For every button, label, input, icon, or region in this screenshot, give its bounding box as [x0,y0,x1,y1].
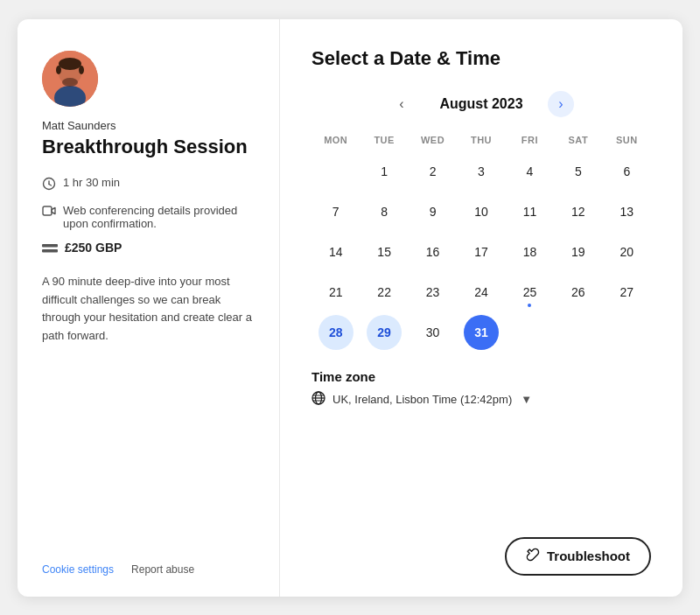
calendar-cell: 18 [506,233,554,271]
troubleshoot-button[interactable]: Troubleshoot [505,537,651,576]
calendar-cell: 1 [360,152,408,191]
avatar [42,51,98,107]
calendar-cell: 5 [554,152,602,191]
calendar-cell: 22 [360,273,408,311]
report-abuse-link[interactable]: Report abuse [131,563,194,576]
calendar-cell: 20 [603,233,651,271]
svg-rect-12 [42,249,58,253]
timezone-value: UK, Ireland, Lisbon Time (12:42pm) [332,393,512,406]
svg-point-6 [62,78,78,87]
calendar-nav: ‹ August 2023 › [312,91,651,117]
calendar-cell: 17 [457,233,505,271]
wrench-icon [526,548,540,565]
dropdown-arrow-icon: ▼ [521,393,532,406]
troubleshoot-label: Troubleshoot [547,549,630,563]
calendar-cell: 16 [409,233,457,271]
calendar-cell: 13 [603,192,651,231]
calendar-body: 1234567891011121314151617181920212223242… [312,152,651,352]
day-header-fri: FRI [506,131,554,149]
calendar-cell: 8 [360,192,408,231]
calendar-cell: 14 [312,233,360,271]
calendar-cell: 11 [506,192,554,231]
location-text: Web conferencing details provided upon c… [63,204,255,230]
globe-icon [312,391,326,408]
calendar-cell: 9 [409,192,457,231]
day-header-mon: MON [312,131,360,149]
calendar-cell: 10 [457,192,505,231]
calendar-cell: 7 [312,192,360,231]
calendar-cell: 23 [409,273,457,311]
calendar-cell: 3 [457,152,505,191]
calendar-cell: 4 [506,152,554,191]
calendar-cell[interactable]: 31 [464,315,499,350]
left-footer: Cookie settings Report abuse [42,563,255,576]
calendar-cell [506,313,554,352]
svg-rect-11 [42,244,58,248]
session-title: Breakthrough Session [42,136,255,158]
timezone-select[interactable]: UK, Ireland, Lisbon Time (12:42pm) ▼ [312,391,651,408]
calendar-cell: 12 [554,192,602,231]
svg-point-5 [79,66,84,74]
cookie-settings-link[interactable]: Cookie settings [42,563,114,576]
right-panel: Select a Date & Time ‹ August 2023 › MON… [280,19,682,597]
month-label: August 2023 [429,96,534,112]
video-icon [42,205,56,220]
price-text: £250 GBP [65,241,122,255]
calendar-cell: 26 [554,273,602,311]
calendar-cell: 19 [554,233,602,271]
timezone-section: Time zone UK, Ireland, Lisbon Time (12:4… [312,369,651,408]
calendar-cell: 24 [457,273,505,311]
calendar-cell: 15 [360,233,408,271]
calendar-header: MON TUE WED THU FRI SAT SUN [312,131,651,149]
location-row: Web conferencing details provided upon c… [42,204,255,230]
day-header-thu: THU [457,131,505,149]
svg-point-4 [56,66,61,74]
duration-row: 1 hr 30 min [42,176,255,193]
clock-icon [42,177,56,193]
next-month-button[interactable]: › [548,91,574,117]
booking-card: Matt Saunders Breakthrough Session 1 hr … [18,19,682,597]
calendar-cell: 21 [312,273,360,311]
svg-line-9 [49,184,52,185]
day-header-tue: TUE [360,131,408,149]
calendar-cell: 30 [409,313,457,352]
calendar-cell: 2 [409,152,457,191]
calendar-cell [554,313,602,352]
panel-title: Select a Date & Time [312,47,651,70]
calendar-grid: MON TUE WED THU FRI SAT SUN 123456789101… [312,131,651,352]
svg-point-3 [59,58,81,70]
calendar-cell[interactable]: 28 [318,315,354,350]
timezone-label: Time zone [312,369,651,384]
calendar-cell [312,152,360,191]
left-panel: Matt Saunders Breakthrough Session 1 hr … [18,19,280,597]
price-icon [42,241,58,255]
svg-rect-10 [43,206,52,215]
right-footer: Troubleshoot [312,523,651,576]
description: A 90 minute deep-dive into your most dif… [42,273,255,346]
calendar-cell[interactable]: 29 [367,315,402,350]
host-name: Matt Saunders [42,119,255,132]
calendar-cell [603,313,651,352]
day-header-wed: WED [409,131,457,149]
duration-text: 1 hr 30 min [63,176,120,189]
day-header-sun: SUN [603,131,651,149]
calendar-cell: 25 [506,273,554,311]
price-row: £250 GBP [42,241,255,255]
day-header-sat: SAT [554,131,602,149]
prev-month-button[interactable]: ‹ [388,91,415,117]
calendar-cell: 27 [603,273,651,311]
calendar-cell: 6 [603,152,651,191]
